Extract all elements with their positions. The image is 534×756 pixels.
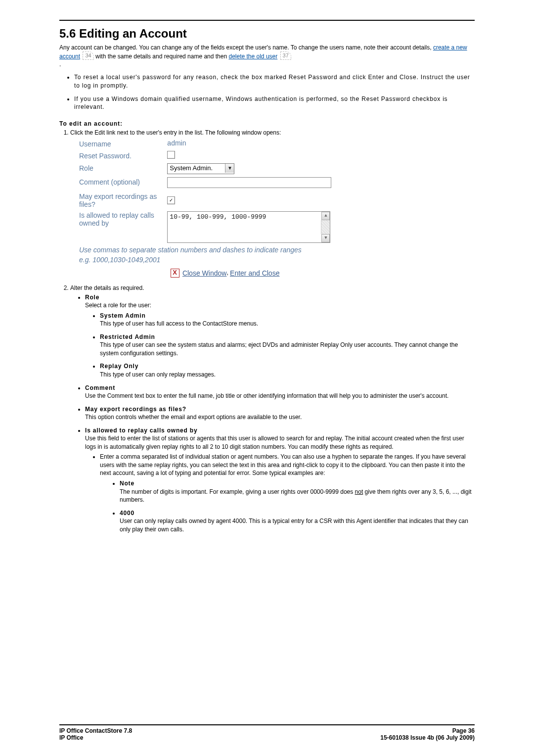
hint-2: e.g. 1000,1030-1049,2001	[79, 256, 371, 264]
section-heading: 5.6 Editing an Account	[59, 27, 475, 41]
field-list: Role Select a role for the user: System …	[85, 293, 475, 534]
role-label: Role	[79, 163, 166, 172]
step-2: Alter the details as required. Role Sele…	[70, 284, 475, 534]
note-not: not	[355, 488, 363, 495]
replay-title: Replay Only	[100, 363, 138, 370]
comment-input[interactable]	[167, 177, 331, 188]
bullet-windows: If you use a Windows domain qualified us…	[74, 95, 475, 111]
reset-pw-label: Reset Password.	[79, 151, 166, 160]
allowed-sub-list: Enter a comma separated list of individu…	[100, 453, 475, 533]
role-options: System Admin This type of user has full …	[100, 312, 475, 379]
scroll-down-icon[interactable]: ▼	[321, 234, 330, 242]
intro-text: Any account can be changed. You can chan…	[59, 44, 433, 51]
textarea-content: 10-99, 100-999, 1000-9999	[170, 213, 266, 221]
export-title: May export recordings as files?	[85, 406, 186, 413]
edit-heading: To edit an account:	[59, 120, 475, 127]
close-window-link[interactable]: Close Window	[182, 269, 226, 277]
item-comment: Comment Use the Comment text box to ente…	[85, 384, 475, 400]
replay-textarea[interactable]: 10-99, 100-999, 1000-9999 ▲ ▼	[167, 211, 330, 243]
role-replay: Replay Only This type of user can only r…	[100, 362, 475, 378]
username-label: Username	[79, 139, 166, 148]
note-d1: The number of digits is important. For e…	[120, 488, 355, 495]
sysadmin-desc: This type of user has full access to the…	[100, 320, 258, 327]
edit-account-dialog: Username admin Reset Password. Role Syst…	[79, 139, 371, 280]
role-select-text: System Admin.	[170, 164, 225, 173]
export-desc: This option controls whether the email a…	[85, 414, 302, 421]
allowed-sub: Enter a comma separated list of individu…	[100, 453, 475, 533]
footer-left2: IP Office	[59, 734, 83, 741]
e4000-desc: User can only replay calls owned by agen…	[120, 518, 468, 533]
role-restricted: Restricted Admin This type of user can s…	[100, 333, 475, 358]
steps-list: Click the Edit link next to the user's e…	[70, 129, 475, 534]
example-note: Note The number of digits is important. …	[120, 479, 475, 504]
step2-text: Alter the details as required.	[70, 284, 144, 291]
scroll-up-icon[interactable]: ▲	[321, 212, 330, 220]
footer-left1: IP Office ContactStore 7.8	[59, 727, 132, 734]
restricted-title: Restricted Admin	[100, 333, 155, 340]
allowed-desc: Use this field to enter the list of stat…	[85, 435, 464, 450]
username-value: admin	[167, 139, 186, 147]
allowed-sub-text: Enter a comma separated list of individu…	[100, 453, 466, 476]
item-role: Role Select a role for the user: System …	[85, 293, 475, 379]
scrollbar-track[interactable]	[321, 220, 330, 234]
step1-text: Click the Edit link next to the user's e…	[70, 129, 281, 136]
example-4000: 4000 User can only replay calls owned by…	[120, 509, 475, 534]
intro-paragraph: Any account can be changed. You can chan…	[59, 44, 475, 68]
intro-end: .	[59, 60, 475, 68]
item-allowed: Is allowed to replay calls owned by Use …	[85, 426, 475, 534]
role-select[interactable]: System Admin.▼	[167, 163, 234, 174]
xref-delete: 37	[280, 51, 291, 60]
chevron-down-icon: ▼	[225, 164, 234, 173]
step-1: Click the Edit link next to the user's e…	[70, 129, 475, 280]
delete-user-link[interactable]: delete the old user	[228, 53, 277, 60]
replay-label-field: Is allowed to replay calls owned by	[79, 211, 166, 227]
intro-bullets: To reset a local user's password for any…	[74, 73, 475, 111]
comment-label-field: Comment (optional)	[79, 177, 166, 186]
reset-pw-checkbox[interactable]	[167, 151, 175, 159]
top-rule	[59, 20, 475, 21]
examples-list: Note The number of digits is important. …	[120, 479, 475, 533]
dialog-footer: X Close Window, Enter and Close	[79, 266, 371, 280]
role-title: Role	[85, 294, 99, 301]
item-export: May export recordings as files? This opt…	[85, 405, 475, 422]
restricted-desc: This type of user can see the system sta…	[100, 341, 458, 357]
comment-desc: Use the Comment text box to enter the fu…	[85, 392, 448, 399]
note-title: Note	[120, 480, 134, 487]
role-intro: Select a role for the user:	[85, 302, 151, 309]
footer-rule	[59, 724, 475, 725]
intro-mid: with the same details and required name …	[95, 53, 229, 60]
page-footer: IP Office ContactStore 7.8 Page 36 IP Of…	[59, 724, 475, 741]
comment-title: Comment	[85, 384, 115, 391]
footer-right1: Page 36	[452, 727, 475, 734]
hint-1: Use commas to separate station numbers a…	[79, 246, 371, 254]
export-label-field: May export recordings as files?	[79, 192, 166, 208]
export-checkbox[interactable]	[167, 196, 175, 204]
e4000-title: 4000	[120, 510, 134, 517]
footer-right2: 15-601038 Issue 4b (06 July 2009)	[380, 734, 475, 741]
role-sysadmin: System Admin This type of user has full …	[100, 312, 475, 328]
xref-create: 34	[83, 51, 93, 60]
allowed-title: Is allowed to replay calls owned by	[85, 427, 197, 434]
enter-close-link[interactable]: Enter and Close	[230, 269, 279, 277]
sysadmin-title: System Admin	[100, 312, 146, 319]
replay-desc: This type of user can only replay messag…	[100, 371, 216, 378]
bullet-reset: To reset a local user's password for any…	[74, 73, 475, 90]
close-icon[interactable]: X	[171, 269, 179, 278]
